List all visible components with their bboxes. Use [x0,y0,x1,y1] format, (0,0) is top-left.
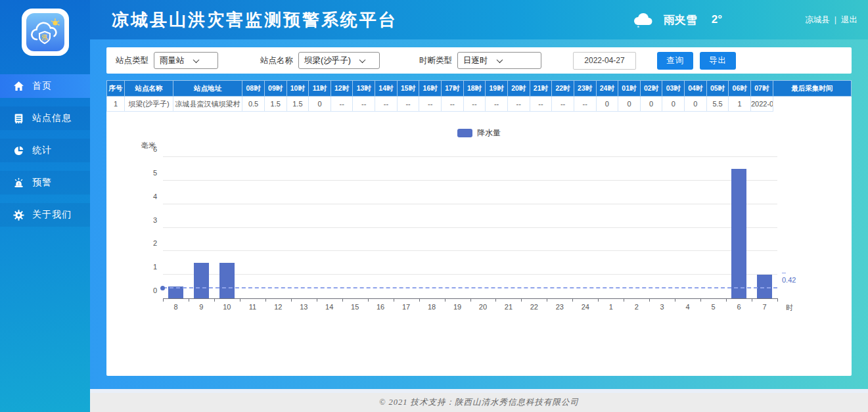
cloud-sleet-icon: * [631,11,656,31]
x-tick [572,298,573,302]
chart-legend[interactable]: 降水量 [106,127,852,139]
x-tick-label: 23 [547,303,572,311]
chevron-down-icon [193,57,199,63]
sidebar-item-station-info[interactable]: 站点信息 [0,106,90,130]
table-cell: -- [353,97,375,112]
gridline [163,227,777,228]
x-tick [240,298,240,302]
x-tick-label: 5 [700,303,726,311]
gridline [163,204,777,204]
x-tick-label: 3 [649,303,675,311]
table-row: 1坝梁(沙乎子)凉城县蛮汉镇坝梁村0.51.51.50-------------… [107,97,852,112]
sidebar-item-statistics[interactable]: 统计 [0,139,90,162]
table-header-cell: 24时 [596,81,618,97]
markline-value-label: 0.42 [782,268,796,284]
x-tick [265,298,266,302]
copyright-text: © 2021 技术支持：陕西山清水秀信息科技有限公司 [379,397,579,408]
filter-bar: 站点类型 雨量站 站点名称 坝梁(沙乎子) 时断类型 日逐时 2022-04-2… [106,47,852,74]
y-tick-label: 0 [153,286,157,294]
sidebar-item-label: 关于我们 [32,209,72,221]
x-tick-label: 10 [214,303,240,311]
chevron-down-icon [359,57,365,63]
x-tick-label: 16 [368,303,394,311]
table-header-cell: 序号 [107,81,125,97]
x-tick [214,298,215,302]
x-tick [752,298,752,302]
alert-icon: ! [13,177,24,189]
top-header: 凉城县山洪灾害监测预警系统平台 * 雨夹雪 2° 凉城县 | 退出 [90,0,868,39]
weather-widget: * 雨夹雪 2° [631,0,722,39]
svg-text:*: * [637,24,639,31]
chevron-down-icon [496,57,503,63]
table-cell: 0 [596,97,618,112]
sidebar-item-about[interactable]: 关于我们 [0,203,90,227]
table-header-cell: 10时 [286,81,309,97]
export-button[interactable]: 导出 [700,52,736,70]
table-header-cell: 03时 [662,81,685,97]
table-header-cell: 02时 [640,81,662,97]
sidebar-item-label: 统计 [32,145,52,156]
table-cell: 1 [729,97,751,112]
station-info-icon [13,113,24,124]
x-tick [189,298,189,302]
x-tick-label: 22 [521,303,547,311]
x-tick-label: 20 [470,303,496,311]
period-type-select[interactable]: 日逐时 [457,52,541,69]
gridline [163,250,777,251]
y-tick-label: 3 [153,216,157,224]
table-header-cell: 19时 [486,81,508,97]
station-type-select[interactable]: 雨量站 [154,52,218,69]
app-logo: 汛 [22,9,69,56]
x-tick-label: 19 [445,303,470,311]
sidebar-nav: 首页 站点信息 统计 [0,74,90,227]
table-cell: -- [552,97,574,112]
station-type-label: 站点类型 [116,55,148,66]
table-cell: 1.5 [264,97,286,112]
table-cell: -- [419,97,442,112]
x-tick-label: 12 [265,303,291,311]
table-header-cell: 20时 [507,81,530,97]
home-icon [13,81,24,92]
gridline [163,180,777,181]
chart-bar[interactable] [194,263,209,298]
gridline [163,274,777,275]
table-cell: 0 [618,97,641,112]
table-header-cell: 17时 [442,81,464,97]
x-tick [675,298,675,302]
table-cell: 5.5 [706,97,729,112]
x-tick [495,298,496,302]
table-cell: -- [375,97,398,112]
flood-logo-icon: 汛 [26,13,64,51]
logout-link[interactable]: 退出 [841,14,857,26]
precipitation-chart: 降水量 毫米 时 0.42 01234568910111213141516171… [106,112,852,375]
x-tick [777,298,778,302]
y-tick-label: 4 [153,193,157,200]
table-header-cell: 05时 [706,81,729,97]
table-cell: 0.5 [242,97,265,112]
query-button[interactable]: 查询 [657,52,693,70]
date-input[interactable]: 2022-04-27 [573,52,636,70]
chart-bar[interactable] [731,169,746,298]
x-tick-label: 4 [675,303,700,311]
svg-text:!: ! [18,181,20,185]
x-tick [368,298,369,302]
average-markline [163,287,777,288]
x-tick-label: 1 [598,303,624,311]
chart-plot-area: 时 0.42 012345689101112131415161718192021… [163,158,777,299]
sidebar-item-home[interactable]: 首页 [0,74,90,98]
station-data-table: 序号站点名称站点地址08时09时10时11时12时13时14时15时16时17时… [106,80,852,112]
x-tick [700,298,701,302]
table-cell: 0 [640,97,662,112]
x-tick [470,298,471,302]
station-name-select[interactable]: 坝梁(沙乎子) [298,52,380,69]
table-cell: -- [486,97,508,112]
x-tick-label: 8 [163,303,189,311]
sidebar-item-alerts[interactable]: ! 预警 [0,171,90,195]
chart-bar[interactable] [219,263,235,298]
x-tick-label: 18 [419,303,445,311]
x-tick-label: 15 [342,303,368,311]
x-tick [163,298,164,302]
table-cell: -- [530,97,552,112]
about-icon [13,210,24,221]
x-tick [726,298,727,302]
